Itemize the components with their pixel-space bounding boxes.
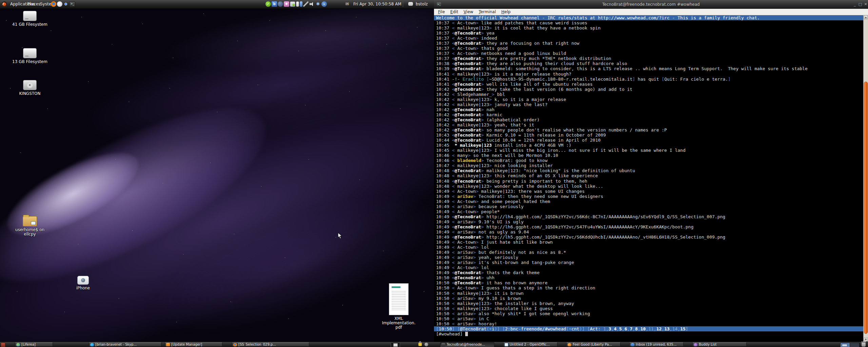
irssi-screen: Welcome to the official Wowhead channel … (434, 15, 868, 342)
lock-icon[interactable] (418, 343, 422, 346)
snowflake-tray-icon[interactable]: ✱ (315, 1, 321, 7)
irc-input-line[interactable]: [#wowhead] (434, 331, 868, 336)
chat-line: 10:50 < malikeye|123> the installer is b… (436, 301, 868, 306)
battery-tray-icon[interactable] (296, 1, 299, 7)
pidgin-icon (694, 343, 697, 347)
ubuntu-logo-icon[interactable] (1, 1, 7, 7)
chat-line: 10:42 < malikeye|123> yeah, that's it (436, 122, 868, 127)
desktop-icon-label: KINGSTON (9, 91, 50, 96)
chat-line: 10:50 < Ac-town> I guess thats a step in… (436, 285, 868, 290)
chat-line: 10:42 <@TecnoBrat> (alphabetical order) (436, 117, 868, 122)
taskbar-window-button[interactable]: Buddy List (692, 342, 747, 347)
chat-line: 10:49 < ari5av> TecnoBrat: then they nee… (436, 194, 868, 199)
taskbar-window-button[interactable]: [Update Manager] (165, 342, 222, 347)
chat-line: 10:37 <@TecnoBrat> yea (436, 30, 868, 36)
remote-screen-tray-icon[interactable] (290, 1, 295, 7)
terminal-launcher-icon[interactable]: >_ (69, 1, 75, 7)
firefox-launcher-icon[interactable] (51, 1, 56, 7)
taskbar-window-button[interactable]: [brian-bravenet - Skyp... (89, 342, 161, 347)
scroll-up-arrow-icon[interactable]: ▲ (864, 15, 868, 19)
chat-line: 10:49 <@TecnoBrat> thats the dark theme (436, 270, 868, 275)
irssi-statusbar: [10:50] [@TecnoBrat(+i)] [2:bnc-freenode… (434, 326, 868, 331)
chat-line: 10:48 <@TecnoBrat> being pretty is impor… (436, 179, 868, 184)
workspace-1[interactable] (841, 343, 850, 347)
taskbar-button-label: [SS_Selection_029.p... (238, 343, 276, 346)
scroll-down-arrow-icon[interactable]: ▼ (864, 338, 868, 342)
channel-prompt: [#wowhead] (436, 331, 462, 336)
drive-icon (23, 48, 37, 58)
chat-line: 10:46 < many> so the next will be Mormon… (436, 153, 868, 158)
terminal-scrollbar[interactable]: ▲ ▼ (863, 15, 868, 342)
minimize-button[interactable]: _ (852, 2, 857, 7)
terminal-menu-file[interactable]: File (435, 9, 448, 15)
skype-icon (90, 343, 94, 347)
terminal-menu-view[interactable]: View (461, 9, 476, 15)
accessibility-tray-icon[interactable]: + (321, 1, 327, 7)
mouse-cursor (338, 232, 342, 239)
taskbar-window-button[interactable]: [Liferea] (15, 342, 53, 347)
chat-line: 10:39 <@TecnoBrat> blademeld: something … (436, 66, 868, 71)
chat-line: 10:49 < ari5av> 9.10's UI is ugly (436, 219, 868, 224)
gnome-terminal-window: >_ TecnoBrat@freenode.tecnobrat.com #wow… (434, 0, 868, 342)
dual-monitor-desktop: { "top_panel": { "menus": [ {"id": "appl… (0, 0, 868, 347)
chat-line: 10:50 < ari5av> my 9.10 is brown (436, 296, 868, 301)
chat-line: 10:50 <@TecnoBrat> it has no brown anymo… (436, 280, 868, 285)
desktop-icon-fs-41gb[interactable]: 41 GB Filesystem (9, 11, 50, 27)
terminal-menu-help[interactable]: Help (499, 9, 513, 15)
terminal-menu-terminal[interactable]: Terminal (476, 9, 499, 15)
trash-icon[interactable] (862, 343, 866, 347)
taskbar-window-button[interactable]: Untitled 2 - OpenOffic... (503, 342, 557, 347)
taskbar-window-button[interactable]: Feel Good (Liberty Pa... (566, 342, 620, 347)
blue-b-tray-icon[interactable]: b (272, 1, 277, 7)
removable-icon (23, 80, 37, 90)
chat-line: 10:49 < Ac-town> malikeye|123: there was… (436, 189, 868, 194)
close-button[interactable]: ✕ (863, 2, 868, 7)
status-bubble-icon[interactable] (408, 2, 413, 6)
liferea-icon (16, 343, 20, 347)
show-desktop-button[interactable] (1, 343, 5, 347)
mail-envelope-icon[interactable]: ✉ (344, 1, 350, 7)
globe-tray-icon[interactable] (278, 1, 283, 7)
terminal-titlebar[interactable]: >_ TecnoBrat@freenode.tecnobrat.com #wow… (434, 0, 868, 9)
chat-line: 10:42 <@TecnoBrat> karmic (436, 112, 868, 117)
terminal-menubar: FileEditViewTerminalHelp (434, 9, 868, 15)
chat-line: 10:49 < Ac-town> people* (436, 209, 868, 214)
chat-line: 10:37 < Ac-town> like add patches that c… (436, 20, 868, 25)
gnome-top-panel: ApplicationsPlacesSystem >_ ✓b✱✱+ ✉ Fri … (0, 0, 434, 9)
taskbar-window-button[interactable]: Inbox (19 unread, 635... (629, 342, 684, 347)
document-icon (389, 283, 409, 315)
terminal-menu-edit[interactable]: Edit (448, 9, 461, 15)
chat-line: 10:48 < malikeye|123> this reminds of an… (436, 173, 868, 178)
chat-line: 10:49 < ari5av> because seriously (436, 204, 868, 209)
desktop-icon-fs-13gb[interactable]: 13 GB Filesystem (9, 48, 50, 64)
terminal-title: TecnoBrat@freenode.tecnobrat.com #wowhea… (434, 0, 868, 9)
taskbar-window-button[interactable]: TecnoBrat@freenode... (440, 342, 494, 347)
chat-line: 10:43 <@TecnoBrat> Karmic 9.10 = 11th re… (436, 132, 868, 138)
taskbar-window-button[interactable]: [SS_Selection_029.p... (232, 342, 309, 347)
chat-line: 10:48 < malikeye|123> wonder what the de… (436, 184, 868, 189)
blue-capsule-tray-icon[interactable] (300, 1, 302, 7)
desktop-icon-iphone[interactable]: iPhone (63, 276, 103, 290)
user-menu[interactable]: bstolz (416, 0, 428, 8)
scrollbar-thumb[interactable] (864, 82, 868, 334)
desktop-icon-kingston[interactable]: KINGSTON (9, 80, 50, 96)
window-selector-applet[interactable] (391, 342, 400, 347)
thunderbird-launcher-icon[interactable] (57, 1, 62, 7)
text-cursor (465, 332, 468, 336)
maximize-button[interactable]: □ (858, 2, 863, 7)
workspace-switcher[interactable] (840, 343, 860, 347)
brush-tray-icon[interactable] (303, 1, 309, 7)
snowflake-box-tray-icon[interactable]: ✱ (284, 1, 289, 7)
chat-line: 10:49 <@TecnoBrat> http://lh4.ggpht.com/… (436, 214, 868, 219)
music-icon (568, 343, 571, 347)
chat-line: 10:44 <@TecnoBrat> Lucid 10.04 = 12th re… (436, 138, 868, 143)
desktop-icon-userhome-share[interactable]: userhome$ on ellcpy (9, 214, 50, 237)
chat-line: 10:45 < malikeye|123> I will miss the bi… (436, 148, 868, 153)
chat-line: 10:42 <@TecnoBrat> so many people don't … (436, 127, 868, 132)
clock-applet[interactable]: Fri Apr 30, 10:50:58 AM (353, 0, 401, 8)
update-ok-tray-icon[interactable]: ✓ (265, 1, 271, 7)
volume-tray-icon[interactable] (309, 1, 315, 7)
desktop-icon-xml-pdf[interactable]: XML Implementation. pdf (378, 283, 419, 330)
workspace-2[interactable] (850, 343, 860, 347)
applet-icon[interactable] (425, 343, 428, 346)
